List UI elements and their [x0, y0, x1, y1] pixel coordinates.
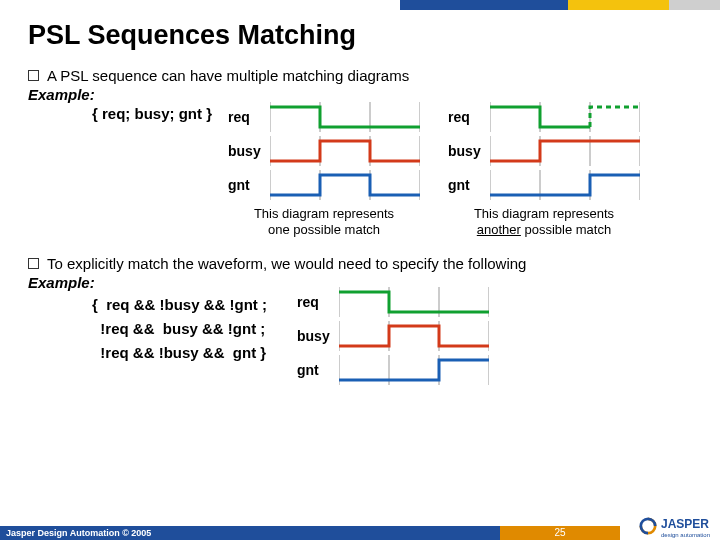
bullet-box-icon: [28, 258, 39, 269]
waveform-req-explicit: [339, 287, 489, 317]
bullet-text: A PSL sequence can have multiple matchin…: [47, 67, 409, 84]
waveform-req-left: [270, 102, 420, 132]
signal-label-gnt: gnt: [448, 177, 490, 193]
page-number: 25: [500, 526, 620, 540]
waveform-gnt-left: [270, 170, 420, 200]
signal-label-gnt: gnt: [228, 177, 270, 193]
example-label-1: Example:: [28, 86, 692, 103]
signal-label-req: req: [448, 109, 490, 125]
bullet-explicit-match: To explicitly match the waveform, we wou…: [28, 255, 692, 272]
signal-label-req: req: [297, 294, 339, 310]
waveform-gnt-right: [490, 170, 640, 200]
diagram-left: req busy gnt This diagram representsone …: [228, 102, 420, 237]
swirl-icon: [639, 517, 657, 535]
brand-stripe: [400, 0, 720, 10]
bullet-text: To explicitly match the waveform, we wou…: [47, 255, 526, 272]
brand-logo: JASPER design automation: [639, 514, 710, 538]
waveform-busy-right: [490, 136, 640, 166]
waveform-gnt-explicit: [339, 355, 489, 385]
signal-label-gnt: gnt: [297, 362, 339, 378]
signal-label-busy: busy: [228, 143, 270, 159]
caption-left: This diagram representsone possible matc…: [228, 206, 420, 237]
brand-sub: design automation: [661, 532, 710, 538]
diagram-pair: req busy gnt This diagram representsone …: [228, 102, 692, 237]
brand-name: JASPER: [661, 517, 709, 531]
diagram-explicit: req busy gnt: [297, 287, 489, 385]
waveform-req-right: [490, 102, 640, 132]
footer: Jasper Design Automation © 2005 25 JASPE…: [0, 518, 720, 540]
copyright: Jasper Design Automation © 2005: [0, 526, 500, 540]
diagram-right: req busy gnt This diagram represents: [448, 102, 640, 237]
signal-label-req: req: [228, 109, 270, 125]
waveform-busy-explicit: [339, 321, 489, 351]
waveform-busy-left: [270, 136, 420, 166]
bullet-box-icon: [28, 70, 39, 81]
bullet-multiple-matches: A PSL sequence can have multiple matchin…: [28, 67, 692, 84]
signal-label-busy: busy: [297, 328, 339, 344]
sequence-code-2: { req && !busy && !gnt ; !req && busy &&…: [92, 293, 267, 385]
caption-right: This diagram represents another possible…: [448, 206, 640, 237]
signal-label-busy: busy: [448, 143, 490, 159]
